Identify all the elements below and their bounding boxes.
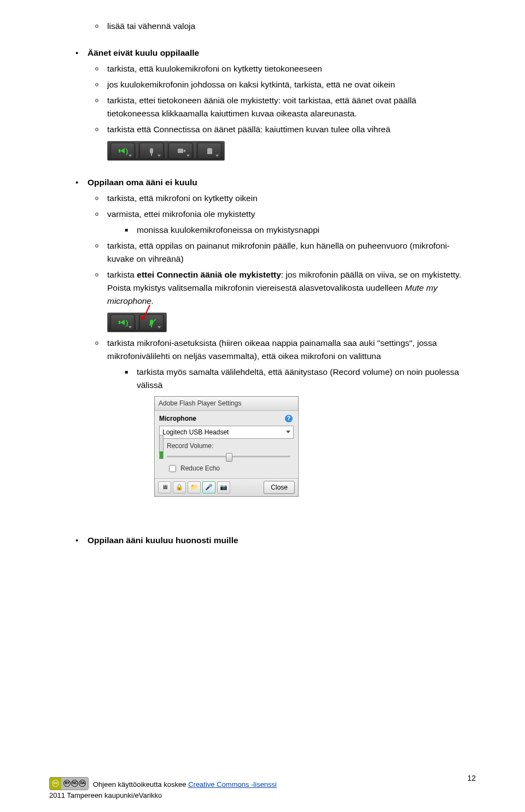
bullet-circle-icon: o <box>95 62 107 75</box>
dialog-title: Adobe Flash Player Settings <box>155 397 298 411</box>
label: Reduce Echo <box>180 463 220 474</box>
separator <box>166 144 166 158</box>
text: tarkista että Connectissa on äänet pääll… <box>107 123 470 136</box>
bullet-disc-icon: • <box>75 534 88 546</box>
svg-marker-1 <box>140 316 145 320</box>
text: tarkista myös samalta välilehdeltä, että… <box>137 366 470 392</box>
chevron-down-icon <box>129 155 132 157</box>
footer: 12 cc BYNCSA Ohjeen käyttöoikeutta koske… <box>49 777 476 801</box>
connect-toolbar <box>107 141 225 161</box>
t: tarkista <box>107 270 137 279</box>
list-item: o tarkista ettei Connectin ääniä ole myk… <box>95 268 470 308</box>
speaker-icon <box>120 148 125 154</box>
text: tarkista, että mikrofoni on kytketty oik… <box>107 192 470 205</box>
tab-privacy-icon[interactable]: 🔒 <box>173 481 186 493</box>
text: tarkista, että kuulokemikrofoni on kytke… <box>107 62 470 75</box>
bullet-circle-icon: o <box>95 78 107 91</box>
label: Record Volume: <box>167 441 294 451</box>
record-volume-slider[interactable] <box>167 452 290 460</box>
text: tarkista mikrofoni-asetuksista (hiiren o… <box>107 337 470 363</box>
section-label: Microphone <box>159 414 196 424</box>
speaker-button[interactable] <box>110 143 135 159</box>
t-bold: ettei Connectin ääniä ole mykistetty <box>137 270 281 279</box>
camera-button[interactable] <box>168 143 192 159</box>
bullet-circle-icon: o <box>95 208 107 220</box>
license-link[interactable]: Creative Commons -lisenssi <box>188 780 277 789</box>
page-number: 12 <box>467 773 476 785</box>
bullet-circle-icon: o <box>95 239 107 252</box>
cc-license-badge: cc BYNCSA <box>49 777 89 790</box>
list-item: ■ monissa kuulokemikrofoneissa on mykist… <box>125 223 470 237</box>
bullet-circle-icon: o <box>95 192 107 204</box>
bullet-circle-icon: o <box>95 123 107 136</box>
chevron-down-icon <box>286 431 290 433</box>
mic-muted-icon <box>150 320 153 325</box>
list-item: ■ tarkista myös samalta välilehdeltä, et… <box>125 366 470 392</box>
volume-meter-fill <box>160 451 163 458</box>
heading: Oppilaan oma ääni ei kuulu <box>88 176 470 189</box>
volume-meter <box>159 435 164 459</box>
separator <box>137 315 137 329</box>
footer-text: Ohjeen käyttöoikeutta koskee <box>93 780 188 789</box>
page-container: o lisää tai vähennä valoja • Äänet eivät… <box>0 0 525 812</box>
text: tarkista, ettei tietokoneen ääniä ole my… <box>107 94 470 120</box>
tab-microphone-icon[interactable]: 🎤 <box>202 481 215 493</box>
speaker-icon <box>120 320 125 325</box>
heading: Oppilaan ääni kuuluu huonosti muille <box>88 534 470 547</box>
section-head: • Oppilaan oma ääni ei kuulu <box>75 176 470 189</box>
text: jos kuulokemikrofonin johdossa on kaksi … <box>107 78 470 91</box>
bullet-circle-icon: o <box>95 94 107 107</box>
footer-text: 2011 Tampereen kaupunki/eVarikko <box>49 790 476 801</box>
camera-icon <box>178 149 183 153</box>
connect-toolbar <box>107 313 167 332</box>
section-head: • Oppilaan ääni kuuluu huonosti muille <box>75 534 470 547</box>
list-item: o tarkista, että kuulokemikrofoni on kyt… <box>95 62 470 75</box>
chevron-down-icon <box>158 155 161 157</box>
flash-settings-dialog: Adobe Flash Player Settings Microphone ?… <box>154 396 299 497</box>
list-item: o jos kuulokemikrofonin johdossa on kaks… <box>95 78 470 91</box>
chevron-down-icon <box>186 155 190 157</box>
list-item: o tarkista, ettei tietokoneen ääniä ole … <box>95 94 470 120</box>
text: tarkista, että oppilas on painanut mikro… <box>107 239 470 266</box>
chevron-down-icon <box>158 326 161 328</box>
bullet-square-icon: ■ <box>125 223 137 236</box>
help-icon[interactable]: ? <box>285 415 293 422</box>
list-item: o tarkista, että mikrofoni on kytketty o… <box>95 192 470 205</box>
bullet-square-icon: ■ <box>125 366 137 378</box>
bullet-circle-icon: o <box>95 337 107 349</box>
mic-icon <box>150 148 153 154</box>
reduce-echo-checkbox[interactable] <box>169 465 176 472</box>
list-item: o varmista, ettei mikrofonia ole mykiste… <box>95 208 470 221</box>
dialog-tabs: 🖥 🔒 📁 🎤 📷 Close <box>155 478 298 497</box>
speaker-button[interactable] <box>110 314 135 331</box>
mic-button[interactable] <box>139 143 164 159</box>
heading: Äänet eivät kuulu oppilaalle <box>88 46 470 60</box>
chevron-down-icon <box>129 326 132 328</box>
bullet-disc-icon: • <box>75 46 88 59</box>
list-item: o tarkista, että oppilas on painanut mik… <box>95 239 470 266</box>
list-item: o tarkista mikrofoni-asetuksista (hiiren… <box>95 337 470 363</box>
separator <box>195 144 195 158</box>
bullet-disc-icon: • <box>75 176 88 189</box>
text: varmista, ettei mikrofonia ole mykistett… <box>107 208 470 221</box>
slider-thumb[interactable] <box>226 453 232 462</box>
chevron-down-icon <box>215 155 219 157</box>
text: tarkista ettei Connectin ääniä ole mykis… <box>107 268 470 308</box>
bullet-circle-icon: o <box>95 20 107 32</box>
raise-hand-button[interactable] <box>197 143 221 159</box>
hand-icon <box>207 148 212 154</box>
section-head: • Äänet eivät kuulu oppilaalle <box>75 46 470 60</box>
text: monissa kuulokemikrofoneissa on mykistys… <box>137 223 470 237</box>
close-button[interactable]: Close <box>264 481 295 495</box>
mic-muted-button[interactable] <box>139 314 164 331</box>
text: lisää tai vähennä valoja <box>107 20 470 33</box>
separator <box>137 144 137 158</box>
tab-storage-icon[interactable]: 📁 <box>188 481 201 493</box>
device-select[interactable]: Logitech USB Headset <box>159 426 294 439</box>
bullet-circle-icon: o <box>95 268 107 281</box>
list-item: o lisää tai vähennä valoja <box>95 20 470 33</box>
tab-display-icon[interactable]: 🖥 <box>158 481 171 493</box>
list-item: o tarkista että Connectissa on äänet pää… <box>95 123 470 136</box>
tab-camera-icon[interactable]: 📷 <box>217 481 230 493</box>
selected-value: Logitech USB Headset <box>162 427 229 438</box>
